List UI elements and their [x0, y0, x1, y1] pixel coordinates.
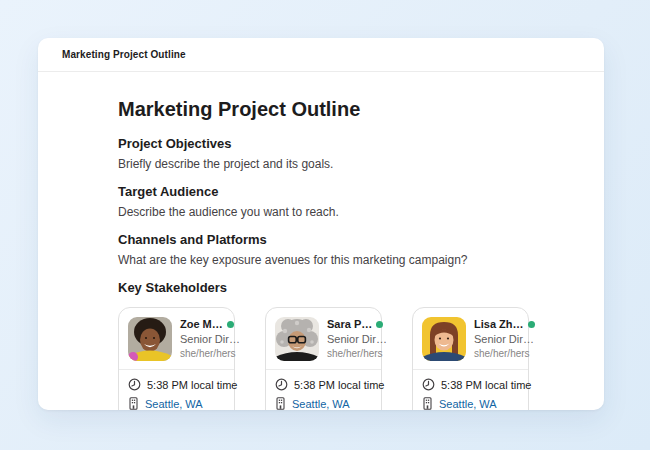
section-heading: Channels and Platforms	[118, 231, 564, 248]
canvas-window: Marketing Project Outline Marketing Proj…	[38, 38, 604, 410]
document-body: Marketing Project Outline Project Object…	[38, 72, 604, 410]
location-link[interactable]: Seattle, WA	[439, 398, 497, 410]
section-body: Describe the audience you want to reach.	[118, 204, 564, 220]
section-heading: Project Objectives	[118, 135, 564, 152]
window-header: Marketing Project Outline	[38, 38, 604, 72]
section-heading: Target Audience	[118, 183, 564, 200]
section-body: What are the key exposure avenues for th…	[118, 252, 564, 268]
section-body: Briefly describe the project and its goa…	[118, 156, 564, 172]
profile-section: Zoe M… Senior Dir… she/her/hers	[119, 308, 234, 369]
avatar[interactable]	[128, 317, 172, 361]
profile-role: Senior Dir…	[180, 333, 226, 345]
clock-icon	[422, 378, 435, 391]
profile-pronouns: she/her/hers	[180, 348, 226, 359]
location-link[interactable]: Seattle, WA	[145, 398, 203, 410]
page-title: Marketing Project Outline	[118, 98, 564, 121]
avatar[interactable]	[422, 317, 466, 361]
local-time-label: 5:38 PM local time	[441, 379, 531, 391]
stakeholder-card: Sara P… Senior Dir… she/her/hers 5:38 PM…	[265, 307, 382, 410]
presence-active-icon	[227, 321, 234, 328]
location-link[interactable]: Seattle, WA	[292, 398, 350, 410]
section-heading-key-stakeholders: Key Stakeholders	[118, 279, 564, 296]
profile-meta: 5:38 PM local time Seattle, WA	[119, 370, 234, 410]
profile-pronouns: she/her/hers	[474, 348, 520, 359]
profile-meta: 5:38 PM local time Seattle, WA	[266, 370, 381, 410]
section-channels-platforms: Channels and Platforms What are the key …	[118, 231, 564, 268]
profile-role: Senior Dir…	[327, 333, 373, 345]
presence-active-icon	[528, 321, 535, 328]
local-time-label: 5:38 PM local time	[294, 379, 384, 391]
profile-section: Lisa Zh… Senior Dir… she/her/hers	[413, 308, 528, 369]
profile-meta: 5:38 PM local time Seattle, WA	[413, 370, 528, 410]
clock-icon	[275, 378, 288, 391]
avatar[interactable]	[275, 317, 319, 361]
profile-role: Senior Dir…	[474, 333, 520, 345]
stakeholder-card: Zoe M… Senior Dir… she/her/hers 5:38 PM …	[118, 307, 235, 410]
profile-info: Zoe M… Senior Dir… she/her/hers	[180, 317, 226, 361]
profile-name[interactable]: Lisa Zh…	[474, 318, 524, 330]
page-background: { "window": { "title": "Marketing Projec…	[0, 0, 650, 450]
profile-pronouns: she/her/hers	[327, 348, 373, 359]
profile-info: Sara P… Senior Dir… she/her/hers	[327, 317, 373, 361]
window-header-title: Marketing Project Outline	[62, 49, 186, 60]
section-target-audience: Target Audience Describe the audience yo…	[118, 183, 564, 220]
stakeholder-cards: Zoe M… Senior Dir… she/her/hers 5:38 PM …	[118, 307, 564, 410]
profile-name[interactable]: Zoe M…	[180, 318, 223, 330]
section-project-objectives: Project Objectives Briefly describe the …	[118, 135, 564, 172]
local-time-label: 5:38 PM local time	[147, 379, 237, 391]
profile-info: Lisa Zh… Senior Dir… she/her/hers	[474, 317, 520, 361]
building-icon	[128, 397, 139, 410]
presence-active-icon	[376, 321, 383, 328]
building-icon	[422, 397, 433, 410]
profile-section: Sara P… Senior Dir… she/her/hers	[266, 308, 381, 369]
building-icon	[275, 397, 286, 410]
clock-icon	[128, 378, 141, 391]
stakeholder-card: Lisa Zh… Senior Dir… she/her/hers 5:38 P…	[412, 307, 529, 410]
profile-name[interactable]: Sara P…	[327, 318, 372, 330]
